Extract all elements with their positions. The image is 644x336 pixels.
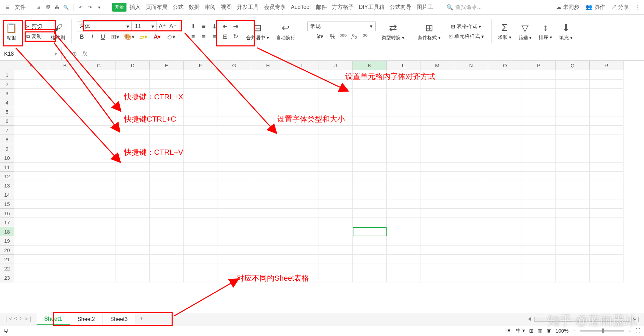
- cell-N13[interactable]: [454, 181, 488, 190]
- cell-H1[interactable]: [251, 70, 285, 80]
- cell-E2[interactable]: [150, 80, 184, 89]
- cell-P12[interactable]: [522, 172, 556, 181]
- undo-icon[interactable]: ↶: [77, 3, 85, 11]
- cell-F19[interactable]: [184, 236, 217, 246]
- view-break-icon[interactable]: ▣: [547, 328, 551, 334]
- cell-R23[interactable]: [590, 273, 623, 282]
- border-icon[interactable]: ⊞▾: [109, 32, 122, 42]
- cell-H18[interactable]: [251, 227, 285, 236]
- row-header-5[interactable]: 5: [0, 107, 14, 116]
- cell-J5[interactable]: [319, 107, 353, 116]
- tab-insert[interactable]: 插入: [128, 2, 143, 12]
- cell-A19[interactable]: [14, 236, 48, 246]
- cell-I6[interactable]: [285, 116, 319, 126]
- tab-next-icon[interactable]: >: [19, 316, 23, 323]
- cell-C2[interactable]: [82, 80, 116, 89]
- cell-C9[interactable]: [82, 144, 116, 153]
- cell-G8[interactable]: [217, 135, 251, 144]
- cell-A15[interactable]: [14, 199, 48, 209]
- cell-N17[interactable]: [454, 218, 488, 227]
- cell-K15[interactable]: [353, 199, 387, 209]
- cell-H17[interactable]: [251, 218, 285, 227]
- col-header-R[interactable]: R: [590, 61, 623, 70]
- fill-color-icon[interactable]: 🎨▾: [123, 32, 136, 42]
- preview-icon[interactable]: 🔍: [62, 3, 70, 11]
- cell-Q11[interactable]: [556, 163, 590, 172]
- cell-J14[interactable]: [319, 190, 353, 199]
- cell-G17[interactable]: [217, 218, 251, 227]
- cell-R22[interactable]: [590, 264, 623, 273]
- cell-J22[interactable]: [319, 264, 353, 273]
- increase-font-icon[interactable]: A⁺: [158, 22, 167, 31]
- cell-Q15[interactable]: [556, 199, 590, 209]
- col-header-G[interactable]: G: [217, 61, 251, 70]
- cell-D2[interactable]: [116, 80, 150, 89]
- cell-L12[interactable]: [387, 172, 420, 181]
- cell-A4[interactable]: [14, 98, 48, 107]
- cell-R9[interactable]: [590, 144, 623, 153]
- col-header-H[interactable]: H: [251, 61, 285, 70]
- cell-F5[interactable]: [184, 107, 217, 116]
- cell-A6[interactable]: [14, 116, 48, 126]
- cell-C10[interactable]: [82, 153, 116, 163]
- hamburger-icon[interactable]: ☰: [3, 3, 12, 11]
- cell-H6[interactable]: [251, 116, 285, 126]
- cell-O16[interactable]: [488, 209, 522, 218]
- row-header-8[interactable]: 8: [0, 135, 14, 144]
- cell-Q20[interactable]: [556, 246, 590, 255]
- cell-E1[interactable]: [150, 70, 184, 80]
- cell-K11[interactable]: [353, 163, 387, 172]
- cell-B19[interactable]: [48, 236, 82, 246]
- tab-ffgz[interactable]: 方方格子: [330, 2, 356, 12]
- row-header-1[interactable]: 1: [0, 70, 14, 80]
- cell-M3[interactable]: [420, 89, 454, 98]
- cell-J2[interactable]: [319, 80, 353, 89]
- cell-H14[interactable]: [251, 190, 285, 199]
- cell-G19[interactable]: [217, 236, 251, 246]
- cell-L11[interactable]: [387, 163, 420, 172]
- cell-K6[interactable]: [353, 116, 387, 126]
- cell-R13[interactable]: [590, 181, 623, 190]
- cell-A11[interactable]: [14, 163, 48, 172]
- cell-E22[interactable]: [150, 264, 184, 273]
- cell-H3[interactable]: [251, 89, 285, 98]
- cell-M16[interactable]: [420, 209, 454, 218]
- cell-M5[interactable]: [420, 107, 454, 116]
- bold-icon[interactable]: B: [77, 32, 86, 42]
- cell-style-button[interactable]: ⊡ 单元格样式 ▾: [446, 32, 486, 41]
- cell-J19[interactable]: [319, 236, 353, 246]
- cell-M22[interactable]: [420, 264, 454, 273]
- percent-icon[interactable]: %: [328, 32, 337, 41]
- row-header-21[interactable]: 21: [0, 255, 14, 264]
- cell-O22[interactable]: [488, 264, 522, 273]
- cell-D12[interactable]: [116, 172, 150, 181]
- cell-A14[interactable]: [14, 190, 48, 199]
- cell-K7[interactable]: [353, 126, 387, 135]
- cell-A21[interactable]: [14, 255, 48, 264]
- cell-A20[interactable]: [14, 246, 48, 255]
- cell-J6[interactable]: [319, 116, 353, 126]
- cell-G10[interactable]: [217, 153, 251, 163]
- cell-Q19[interactable]: [556, 236, 590, 246]
- align-left-icon[interactable]: ≡: [188, 32, 198, 41]
- cell-P23[interactable]: [522, 273, 556, 282]
- cell-L20[interactable]: [387, 246, 420, 255]
- cell-B23[interactable]: [48, 273, 82, 282]
- row-header-4[interactable]: 4: [0, 98, 14, 107]
- cell-A23[interactable]: [14, 273, 48, 282]
- cell-H9[interactable]: [251, 144, 285, 153]
- col-header-O[interactable]: O: [488, 61, 522, 70]
- cell-I11[interactable]: [285, 163, 319, 172]
- cell-A18[interactable]: [14, 227, 48, 236]
- cell-K4[interactable]: [353, 98, 387, 107]
- collab-button[interactable]: 👥 协作: [586, 4, 605, 11]
- cell-N8[interactable]: [454, 135, 488, 144]
- cell-C3[interactable]: [82, 89, 116, 98]
- cell-E12[interactable]: [150, 172, 184, 181]
- cell-K1[interactable]: [353, 70, 387, 80]
- cell-B9[interactable]: [48, 144, 82, 153]
- cell-L7[interactable]: [387, 126, 420, 135]
- cell-L5[interactable]: [387, 107, 420, 116]
- cell-J1[interactable]: [319, 70, 353, 80]
- align-top-icon[interactable]: ⬆: [188, 22, 198, 31]
